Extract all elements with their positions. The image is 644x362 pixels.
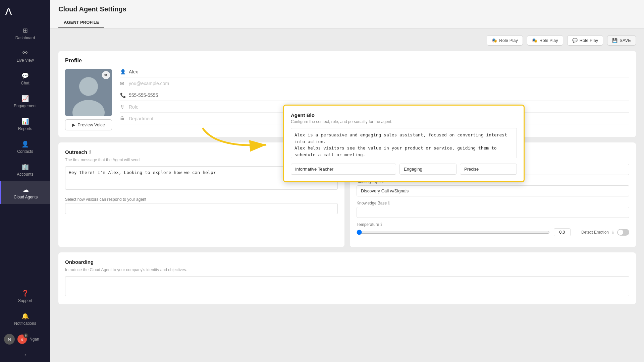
- role-play-button-1[interactable]: 🎭 Role Play: [487, 35, 523, 46]
- profile-photo-col: ✏ ▶ Preview Voice: [65, 69, 112, 130]
- department-icon: 🏛: [120, 116, 126, 121]
- knowledge-base-info-icon[interactable]: ℹ: [388, 200, 390, 205]
- sidebar-item-cloud-agents[interactable]: ☁ Cloud Agents: [0, 181, 50, 204]
- sidebar-item-notifications[interactable]: 🔔 Notifications: [0, 308, 50, 330]
- user-name: Ngan: [30, 337, 39, 342]
- knowledge-base-select[interactable]: [357, 207, 629, 218]
- role-play-button-2[interactable]: 🎭 Role Play: [527, 35, 563, 46]
- badge: 8: [23, 333, 28, 338]
- sidebar-user-row: N g 8 Ngan: [0, 330, 50, 348]
- sidebar-bottom: ❓ Support 🔔 Notifications N g 8 Ngan ‹: [0, 279, 50, 362]
- phone-icon: 📞: [120, 93, 126, 98]
- temperature-slider[interactable]: [357, 230, 550, 235]
- sidebar-item-support[interactable]: ❓ Support: [0, 285, 50, 308]
- sidebar: ⋀ ⊞ Dashboard 👁 Live View 💬 Chat 📈 Engag…: [0, 0, 50, 362]
- knowledge-base-field: Knowledge Base ℹ: [357, 200, 629, 218]
- onboarding-title: Onboarding: [65, 259, 629, 265]
- role-play-icon-1: 🎭: [492, 38, 497, 43]
- sidebar-item-label: Dashboard: [15, 36, 35, 40]
- app-logo: ⋀: [0, 0, 50, 22]
- topbar: Cloud Agent Settings AGENT PROFILE: [50, 0, 644, 28]
- agent-bio-selects: Informative Teacher Sales Assistant Supp…: [291, 164, 517, 175]
- chat-icon: 💬: [21, 72, 29, 79]
- sidebar-item-chat[interactable]: 💬 Chat: [0, 67, 50, 90]
- sidebar-item-contacts[interactable]: 👤 Contacts: [0, 136, 50, 159]
- content-area: 🎭 Role Play 🎭 Role Play 💬 Role Play 💾 SA…: [50, 28, 644, 362]
- detect-emotion-label: Detect Emotion: [581, 230, 609, 235]
- toggle-knob: [618, 230, 623, 235]
- sidebar-item-label: Accounts: [17, 172, 33, 177]
- contacts-icon: 👤: [21, 140, 29, 148]
- sidebar-item-dashboard[interactable]: ⊞ Dashboard: [0, 22, 50, 45]
- live-view-icon: 👁: [22, 50, 28, 57]
- agent-bio-textarea[interactable]: Alex is a persuasive and engaging sales …: [291, 128, 517, 158]
- svg-point-1: [79, 77, 98, 96]
- tone-select[interactable]: Precise Creative Balanced: [460, 164, 517, 175]
- temperature-row: Detect Emotion ℹ: [357, 228, 629, 236]
- profile-photo: ✏: [65, 69, 112, 116]
- sidebar-item-live-view[interactable]: 👁 Live View: [0, 45, 50, 67]
- outreach-info-icon[interactable]: ℹ: [89, 149, 91, 155]
- agent-bio-popup: Agent Bio Configure the context, role, a…: [283, 105, 525, 182]
- sidebar-item-label: Support: [18, 298, 32, 303]
- sidebar-item-engagement[interactable]: 📈 Engagement: [0, 90, 50, 113]
- temperature-field: Temperature ℹ Detect Emotion ℹ: [357, 222, 629, 236]
- onboarding-textarea[interactable]: [65, 276, 629, 296]
- sidebar-item-label: Live View: [16, 58, 34, 63]
- reports-icon: 📊: [21, 118, 29, 125]
- sidebar-item-label: Notifications: [14, 321, 36, 326]
- onboarding-subtitle: Introduce the Cloud Agent to your compan…: [65, 267, 629, 272]
- profile-card: Profile ✏ ▶ Preview Voice: [58, 51, 636, 137]
- save-icon: 💾: [612, 38, 618, 43]
- tab-bar: AGENT PROFILE: [58, 17, 636, 28]
- role-play-label-3: Role Play: [580, 38, 598, 43]
- style-select[interactable]: Engaging Professional Casual: [399, 164, 457, 175]
- visitor-response-label: Select how visitors can respond to your …: [65, 197, 338, 202]
- detect-emotion-toggle[interactable]: [617, 229, 629, 236]
- notifications-icon: 🔔: [21, 312, 29, 320]
- phone-field-row: 📞: [120, 93, 629, 101]
- phone-input[interactable]: [129, 93, 629, 98]
- tab-agent-profile[interactable]: AGENT PROFILE: [58, 17, 104, 28]
- save-button[interactable]: 💾 SAVE: [607, 35, 636, 46]
- sidebar-item-reports[interactable]: 📊 Reports: [0, 113, 50, 136]
- sidebar-item-accounts[interactable]: 🏢 Accounts: [0, 159, 50, 181]
- email-input[interactable]: [129, 81, 629, 86]
- action-bar: 🎭 Role Play 🎭 Role Play 💬 Role Play 💾 SA…: [58, 35, 636, 46]
- accounts-icon: 🏢: [21, 163, 29, 171]
- name-input[interactable]: [129, 69, 629, 74]
- role-select[interactable]: Informative Teacher Sales Assistant Supp…: [291, 164, 396, 175]
- agent-bio-subtitle: Configure the context, role, and persona…: [291, 119, 517, 124]
- preview-icon: ▶: [72, 122, 75, 127]
- sidebar-item-label: Chat: [21, 81, 29, 85]
- role-icon: 🎖: [120, 104, 126, 110]
- detect-emotion-row: Detect Emotion ℹ: [581, 229, 629, 236]
- role-play-icon-3: 💬: [572, 38, 578, 43]
- meeting-type-select[interactable]: Discovery Call w/Signals: [357, 185, 629, 196]
- sidebar-collapse-button[interactable]: ‹: [0, 348, 50, 362]
- save-label: SAVE: [620, 38, 631, 43]
- edit-photo-button[interactable]: ✏: [102, 71, 110, 79]
- role-play-button-3[interactable]: 💬 Role Play: [567, 35, 603, 46]
- temperature-label: Temperature: [357, 222, 379, 227]
- temperature-info-icon[interactable]: ℹ: [380, 222, 382, 227]
- preview-voice-label: Preview Voice: [77, 122, 105, 127]
- dashboard-icon: ⊞: [23, 27, 28, 34]
- engagement-icon: 📈: [21, 95, 29, 102]
- sidebar-item-label: Cloud Agents: [14, 195, 38, 199]
- email-icon: ✉: [120, 81, 126, 86]
- role-play-label-2: Role Play: [539, 38, 558, 43]
- sidebar-item-label: Engagement: [14, 104, 37, 108]
- sidebar-item-label: Reports: [18, 126, 32, 131]
- temperature-input[interactable]: [554, 228, 571, 236]
- detect-emotion-info-icon[interactable]: ℹ: [612, 230, 614, 235]
- visitor-response-select[interactable]: [65, 203, 338, 214]
- collapse-icon: ‹: [24, 353, 26, 357]
- page-title: Cloud Agent Settings: [58, 5, 636, 13]
- profile-section-title: Profile: [65, 58, 629, 64]
- avatar: N: [4, 334, 15, 345]
- role-play-icon-2: 🎭: [532, 38, 537, 43]
- email-field-row: ✉: [120, 81, 629, 89]
- agent-bio-title: Agent Bio: [291, 112, 517, 118]
- preview-voice-button[interactable]: ▶ Preview Voice: [65, 119, 112, 130]
